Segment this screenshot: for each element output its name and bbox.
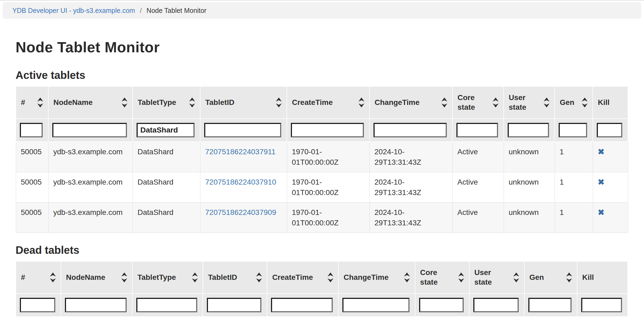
cell-tablettype: DataShard xyxy=(133,172,200,203)
filter-cell xyxy=(593,119,628,142)
filter-input-num[interactable] xyxy=(20,298,55,312)
filter-input-changetime[interactable] xyxy=(342,298,409,312)
sort-icon[interactable] xyxy=(458,273,464,283)
sort-icon[interactable] xyxy=(37,98,43,108)
filter-input-tablettype[interactable] xyxy=(136,298,197,312)
column-header-tabletid[interactable]: TabletID xyxy=(203,261,267,294)
sort-icon[interactable] xyxy=(404,273,410,283)
cell-tabletid: 72075186224037909 xyxy=(200,203,287,233)
column-header-tablettype[interactable]: TabletType xyxy=(132,261,203,294)
filter-input-corestate[interactable] xyxy=(456,123,498,137)
filter-cell xyxy=(469,294,524,317)
column-header-tablettype[interactable]: TabletType xyxy=(133,86,200,119)
cell-kill: ✖ xyxy=(593,172,628,203)
filter-input-createtime[interactable] xyxy=(271,298,333,312)
sort-icon[interactable] xyxy=(256,273,262,283)
filter-input-kill[interactable] xyxy=(597,123,622,137)
column-header-num[interactable]: # xyxy=(16,261,61,294)
column-header-gen[interactable]: Gen xyxy=(524,261,577,294)
breadcrumb-home-link[interactable]: YDB Developer UI - ydb-s3.example.com xyxy=(12,7,135,14)
column-header-num[interactable]: # xyxy=(16,86,48,119)
filter-cell xyxy=(338,294,415,317)
filter-cell xyxy=(16,119,48,142)
dead-tablets-heading: Dead tablets xyxy=(16,244,628,256)
sort-icon[interactable] xyxy=(493,98,499,108)
cell-tabletid: 72075186224037911 xyxy=(200,142,287,172)
sort-icon[interactable] xyxy=(358,98,364,108)
column-header-changetime[interactable]: ChangeTime xyxy=(338,261,415,294)
cell-kill: ✖ xyxy=(593,203,628,233)
filter-input-num[interactable] xyxy=(20,123,43,137)
cell-nodename: ydb-s3.example.com xyxy=(48,142,133,172)
main-content: Node Tablet Monitor Active tablets # Nod… xyxy=(0,39,644,317)
sort-icon[interactable] xyxy=(121,273,127,283)
column-header-tabletid[interactable]: TabletID xyxy=(200,86,287,119)
sort-icon[interactable] xyxy=(50,273,56,283)
cell-tabletid: 72075186224037910 xyxy=(200,172,287,203)
filter-cell xyxy=(200,119,287,142)
filter-cell xyxy=(61,294,132,317)
kill-button[interactable]: ✖ xyxy=(598,177,605,187)
column-header-gen[interactable]: Gen xyxy=(555,86,593,119)
sort-icon[interactable] xyxy=(441,98,447,108)
column-header-createtime[interactable]: CreateTime xyxy=(287,86,369,119)
filter-input-nodename[interactable] xyxy=(65,298,127,312)
sort-icon[interactable] xyxy=(566,273,572,283)
kill-button[interactable]: ✖ xyxy=(598,146,605,157)
filter-input-tabletid[interactable] xyxy=(204,123,281,137)
filter-cell xyxy=(287,119,369,142)
tablet-id-link[interactable]: 72075186224037911 xyxy=(205,148,276,156)
sort-icon[interactable] xyxy=(513,273,519,283)
breadcrumb-bar: YDB Developer UI - ydb-s3.example.com / … xyxy=(0,0,644,19)
filter-cell xyxy=(16,294,61,317)
tablet-id-link[interactable]: 72075186224037910 xyxy=(205,178,276,186)
cell-userstate: unknown xyxy=(504,142,555,172)
table-row: 50005 ydb-s3.example.com DataShard 72075… xyxy=(16,142,628,172)
column-header-changetime[interactable]: ChangeTime xyxy=(369,86,452,119)
filter-cell xyxy=(504,119,555,142)
sort-icon[interactable] xyxy=(582,98,588,108)
cell-corestate: Active xyxy=(452,142,504,172)
table-row: 50005 ydb-s3.example.com DataShard 72075… xyxy=(16,203,628,233)
filter-input-tabletid[interactable] xyxy=(207,298,261,312)
sort-icon[interactable] xyxy=(544,98,550,108)
sort-icon[interactable] xyxy=(192,273,198,283)
cell-kill: ✖ xyxy=(593,142,628,172)
filter-cell xyxy=(577,294,628,317)
page-title: Node Tablet Monitor xyxy=(16,39,628,56)
cell-changetime: 2024-10-29T13:31:43Z xyxy=(369,203,452,233)
sort-icon[interactable] xyxy=(276,98,282,108)
cell-num: 50005 xyxy=(16,172,48,203)
sort-icon[interactable] xyxy=(327,273,333,283)
column-header-nodename[interactable]: NodeName xyxy=(48,86,133,119)
column-header-corestate[interactable]: Core state xyxy=(452,86,504,119)
cell-gen: 1 xyxy=(555,203,593,233)
active-header-row: # NodeName TabletType TabletID CreateTim… xyxy=(16,86,628,119)
filter-input-userstate[interactable] xyxy=(473,298,519,312)
column-header-nodename[interactable]: NodeName xyxy=(61,261,132,294)
filter-input-changetime[interactable] xyxy=(374,123,447,137)
tablet-id-link[interactable]: 72075186224037909 xyxy=(205,208,276,217)
kill-button[interactable]: ✖ xyxy=(598,207,605,218)
dead-tablets-table: # NodeName TabletType TabletID CreateTim… xyxy=(16,261,628,317)
filter-input-tablettype[interactable] xyxy=(137,123,195,137)
column-header-corestate[interactable]: Core state xyxy=(415,261,469,294)
filter-input-kill[interactable] xyxy=(581,298,622,312)
filter-input-corestate[interactable] xyxy=(419,298,464,312)
filter-input-gen[interactable] xyxy=(559,123,587,137)
column-header-userstate[interactable]: User state xyxy=(469,261,524,294)
cell-userstate: unknown xyxy=(504,172,555,203)
column-header-userstate[interactable]: User state xyxy=(504,86,555,119)
filter-input-gen[interactable] xyxy=(528,298,572,312)
cell-tablettype: DataShard xyxy=(133,142,200,172)
filter-input-userstate[interactable] xyxy=(508,123,549,137)
column-header-kill: Kill xyxy=(593,86,628,119)
column-header-createtime[interactable]: CreateTime xyxy=(267,261,338,294)
filter-cell xyxy=(267,294,338,317)
filter-input-createtime[interactable] xyxy=(291,123,364,137)
sort-icon[interactable] xyxy=(122,98,127,108)
filter-input-nodename[interactable] xyxy=(52,123,127,137)
filter-cell xyxy=(452,119,504,142)
sort-icon[interactable] xyxy=(189,98,195,108)
column-header-kill: Kill xyxy=(577,261,628,294)
